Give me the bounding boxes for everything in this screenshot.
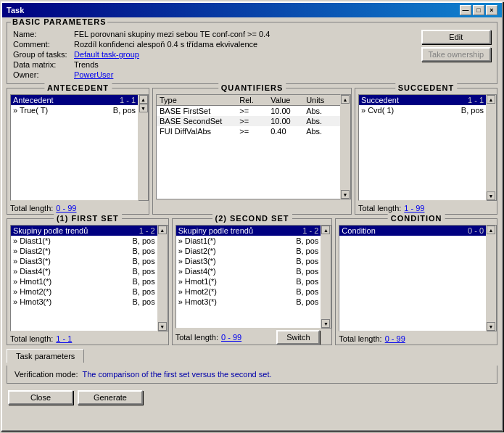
list-item[interactable]: » Diast1(*) B, pos	[11, 236, 157, 246]
task-params-content: Verification mode: The comparison of the…	[7, 366, 497, 384]
succedent-scrollbar[interactable]: ▲ ▼	[487, 94, 497, 201]
first-set-panel: (1) FIRST SET Skupiny podle trendů 1 - 2…	[7, 218, 169, 345]
list-item[interactable]: » Hmot1(*) B, pos	[11, 276, 157, 286]
item-type: B, pos	[296, 277, 318, 286]
quantifiers-scrollbar[interactable]: ▲ ▼	[341, 94, 351, 199]
item-type: B, pos	[296, 257, 318, 265]
list-item[interactable]: » Diast1(*) B, pos	[176, 236, 321, 246]
succedent-listbox[interactable]: Succedent 1 - 1 » Cvd( 1) B, pos	[358, 94, 487, 201]
succedent-total-value[interactable]: 1 - 99	[404, 204, 424, 213]
matrix-label: Data matrix:	[13, 60, 71, 69]
quantifiers-header: QUANTIFIERS	[153, 88, 351, 88]
first-set-header: (1) FIRST SET	[7, 218, 168, 219]
generate-button[interactable]: Generate	[78, 390, 143, 405]
antecedent-listbox[interactable]: Antecedent 1 - 1 » True( T) B, pos	[10, 94, 139, 201]
minimize-button[interactable]: —	[460, 5, 471, 15]
item-label: » Hmot2(*)	[178, 287, 293, 296]
name-label: Name:	[13, 30, 71, 38]
item-label: » Hmot3(*)	[13, 297, 129, 306]
condition-total: Total length: 0 - 99	[336, 333, 497, 345]
maximize-button[interactable]: □	[473, 5, 484, 15]
list-item[interactable]: » Hmot2(*) B, pos	[11, 286, 157, 297]
first-set-total: Total length: 1 - 1	[7, 333, 168, 345]
second-set-area: (2) SECOND SET Skupiny podle trendů 1 - …	[172, 218, 333, 345]
list-item[interactable]: » Hmot1(*) B, pos	[176, 276, 321, 286]
item-label: Antecedent	[13, 96, 117, 104]
first-set-listbox[interactable]: Skupiny podle trendů 1 - 2 » Diast1(*) B…	[10, 225, 158, 331]
succedent-header: SUCCEDENT	[355, 88, 497, 88]
succedent-panel: SUCCEDENT Succedent 1 - 1 » Cvd( 1) B, p…	[355, 88, 497, 215]
antecedent-total: Total length: 0 - 99	[7, 202, 149, 214]
list-item[interactable]: » Diast3(*) B, pos	[11, 256, 157, 266]
condition-listbox[interactable]: Condition 0 - 0	[339, 225, 487, 331]
basic-params-section: BASIC PARAMETERS Name: FEL porovnani sku…	[7, 22, 497, 84]
params-fields: Name: FEL porovnani skupiny mezi sebou T…	[13, 27, 418, 79]
list-item[interactable]: » Diast4(*) B, pos	[176, 266, 321, 276]
name-value: FEL porovnani skupiny mezi sebou TE conf…	[74, 30, 270, 38]
switch-button[interactable]: Switch	[276, 330, 320, 345]
item-label: » Hmot1(*)	[13, 277, 129, 286]
item-type: B, pos	[132, 277, 154, 286]
list-item[interactable]: » Hmot3(*) B, pos	[11, 297, 157, 307]
item-badge: 1 - 2	[139, 226, 155, 235]
item-label: » Diast3(*)	[13, 257, 129, 265]
matrix-value: Trends	[74, 60, 99, 69]
take-ownership-button[interactable]: Take ownership	[421, 47, 491, 62]
succedent-content: Succedent 1 - 1 » Cvd( 1) B, pos ▲ ▼	[355, 88, 497, 214]
quant-col-units-header: Units	[306, 96, 337, 104]
list-item[interactable]: » Diast3(*) B, pos	[176, 256, 321, 266]
item-badge: 1 - 2	[302, 226, 318, 235]
second-set-title: (2) SECOND SET	[212, 214, 292, 223]
list-item[interactable]: Condition 0 - 0	[339, 226, 486, 236]
list-item[interactable]: » Diast2(*) B, pos	[176, 246, 321, 256]
condition-title: CONDITION	[388, 214, 445, 223]
antecedent-total-value[interactable]: 0 - 99	[56, 204, 76, 213]
item-type: B, pos	[113, 106, 136, 115]
owner-value[interactable]: PowerUser	[74, 70, 113, 79]
quant-units: Abs.	[306, 127, 337, 136]
list-item[interactable]: Succedent 1 - 1	[359, 95, 486, 105]
list-item[interactable]: » Cvd( 1) B, pos	[359, 105, 486, 115]
second-set-right: ▲ ▼	[321, 225, 331, 329]
list-item[interactable]: » True( T) B, pos	[11, 105, 138, 115]
condition-total-value[interactable]: 0 - 99	[385, 334, 405, 343]
item-badge: 0 - 0	[468, 226, 484, 235]
name-row: Name: FEL porovnani skupiny mezi sebou T…	[13, 30, 418, 38]
condition-content: Condition 0 - 0 ▲ ▼ Total length: 0 - 99	[336, 219, 497, 345]
item-label: » Diast3(*)	[178, 257, 293, 265]
comment-label: Comment:	[13, 40, 71, 49]
task-window: Task — □ × BASIC PARAMETERS Name: FEL po…	[1, 1, 503, 432]
list-item[interactable]: FUI DiffValAbs >= 0.40 Abs.	[157, 126, 340, 136]
first-set-total-value[interactable]: 1 - 1	[56, 334, 72, 343]
quant-rel: >=	[239, 117, 270, 125]
list-item[interactable]: » Hmot2(*) B, pos	[176, 286, 321, 297]
close-button[interactable]: ×	[486, 5, 497, 15]
second-set-scrollbar[interactable]: ▲ ▼	[321, 225, 331, 329]
list-item[interactable]: Antecedent 1 - 1	[11, 95, 138, 105]
quant-val: 0.40	[270, 127, 306, 136]
antecedent-scrollbar[interactable]: ▲ ▼	[139, 94, 149, 201]
list-item[interactable]: BASE FirstSet >= 10.00 Abs.	[157, 106, 340, 116]
list-item[interactable]: » Diast4(*) B, pos	[11, 266, 157, 276]
condition-scrollbar[interactable]: ▲ ▼	[487, 225, 497, 331]
item-label: » Diast4(*)	[13, 267, 129, 276]
close-button[interactable]: Close	[8, 390, 73, 405]
list-item[interactable]: Skupiny podle trendů 1 - 2	[176, 226, 321, 236]
edit-button[interactable]: Edit	[421, 30, 491, 44]
condition-total-label: Total length:	[339, 334, 381, 343]
second-set-header: (2) SECOND SET	[173, 218, 332, 219]
list-item[interactable]: » Hmot3(*) B, pos	[176, 297, 321, 307]
item-label: » Hmot1(*)	[178, 277, 293, 286]
second-set-listbox[interactable]: Skupiny podle trendů 1 - 2 » Diast1(*) B…	[175, 225, 322, 329]
quantifiers-panel: QUANTIFIERS Type Rel. Value Units	[152, 88, 352, 215]
second-set-total-value[interactable]: 0 - 99	[221, 333, 241, 342]
title-bar-buttons: — □ ×	[460, 5, 497, 15]
list-item[interactable]: Skupiny podle trendů 1 - 2	[11, 226, 157, 236]
task-params-tab[interactable]: Task parameters	[7, 349, 84, 363]
list-item[interactable]: BASE SecondSet >= 10.00 Abs.	[157, 116, 340, 126]
window-content: BASIC PARAMETERS Name: FEL porovnani sku…	[2, 17, 502, 430]
group-value[interactable]: Default task-group	[74, 50, 139, 59]
list-item[interactable]: » Diast2(*) B, pos	[11, 246, 157, 256]
first-set-scrollbar[interactable]: ▲ ▼	[158, 225, 168, 331]
first-set-title: (1) FIRST SET	[54, 214, 122, 223]
